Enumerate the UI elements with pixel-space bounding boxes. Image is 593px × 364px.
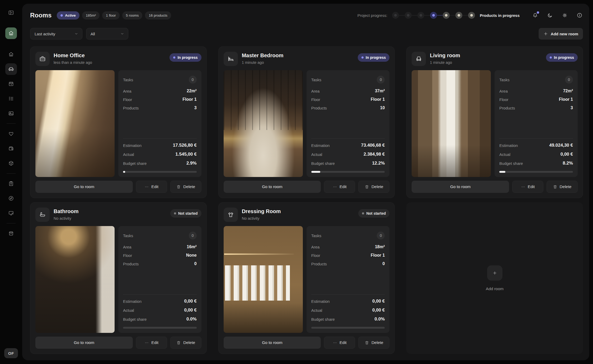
notification-dot (537, 11, 539, 14)
sort-dropdown[interactable]: Last activity (30, 28, 82, 40)
sidebar-item-archive[interactable] (5, 228, 17, 239)
progress-step-3 (417, 12, 424, 19)
app-logo[interactable] (5, 27, 17, 39)
info-button[interactable] (576, 12, 583, 19)
compass-icon (8, 195, 14, 201)
sidebar-divider (7, 173, 16, 174)
room-card-footer: Go to room Edit Delete (224, 337, 390, 349)
go-to-room-button[interactable]: Go to room (35, 181, 133, 193)
add-room-tile[interactable]: Add room (406, 202, 583, 354)
edit-room-button[interactable]: Edit (136, 181, 167, 193)
delete-room-button[interactable]: Delete (358, 337, 389, 349)
active-filter-pill[interactable]: Active (57, 11, 79, 20)
page-header: Rooms Active 185m²1 floor5 rooms16 produ… (30, 9, 583, 21)
tasks-count-badge: 0 (377, 232, 385, 240)
sidebar-item-sofa[interactable] (5, 63, 17, 75)
image-icon (8, 111, 14, 116)
clipboard-icon (8, 181, 14, 186)
room-photo (35, 226, 115, 333)
active-dot-icon (60, 14, 63, 17)
step-connector (462, 15, 468, 16)
active-pill-label: Active (65, 13, 76, 17)
add-new-room-label: Add new room (551, 32, 578, 36)
delete-room-button[interactable]: Delete (170, 337, 201, 349)
room-title: Dressing Room (242, 208, 281, 214)
go-to-room-button[interactable]: Go to room (224, 337, 321, 349)
go-to-room-button[interactable]: Go to room (412, 181, 509, 193)
user-avatar[interactable]: OF (4, 348, 18, 358)
plus-icon (543, 31, 548, 36)
delete-room-button[interactable]: Delete (358, 181, 389, 193)
go-to-room-button[interactable]: Go to room (35, 337, 133, 349)
budget-progress-bar (123, 171, 197, 173)
sidebar-item-monitor-star[interactable] (5, 207, 17, 219)
delete-room-button[interactable]: Delete (170, 181, 201, 193)
rooms-grid: Home Office less than a minute ago In pr… (30, 46, 583, 354)
shirt-icon (227, 211, 234, 218)
gear-icon (562, 12, 568, 18)
filter-dropdown[interactable]: All (86, 28, 128, 40)
trash-icon (176, 341, 181, 345)
delete-room-button[interactable]: Delete (547, 181, 578, 193)
edit-room-button[interactable]: Edit (512, 181, 543, 193)
sidebar-item-compass[interactable] (5, 193, 17, 204)
summary-pill: 185m² (82, 11, 100, 20)
go-to-room-button[interactable]: Go to room (224, 181, 321, 193)
sidebar-item-cube[interactable] (5, 157, 17, 169)
add-room-button[interactable] (487, 265, 502, 281)
sidebar-divider (7, 223, 16, 223)
sidebar-item-image[interactable] (5, 108, 17, 119)
budget-progress-fill (311, 171, 320, 173)
edit-room-button[interactable]: Edit (136, 337, 167, 349)
bell-button[interactable] (532, 12, 539, 19)
floor-label: Floor (499, 97, 508, 102)
room-card: Home Office less than a minute ago In pr… (30, 46, 207, 198)
floor-value: Floor 1 (371, 253, 385, 258)
delete-label: Delete (183, 184, 195, 189)
sidebar-item-home[interactable] (5, 49, 17, 60)
area-value: 72m² (563, 89, 573, 93)
room-title: Living room (430, 52, 460, 59)
trash-icon (553, 185, 557, 189)
budget-progress-bar (311, 327, 385, 329)
room-type-icon (412, 52, 426, 66)
area-value: 22m² (187, 89, 196, 93)
sidebar-item-heart[interactable] (5, 128, 17, 140)
sidebar-collapse-button[interactable] (5, 7, 17, 18)
edit-room-button[interactable]: Edit (324, 181, 355, 193)
edit-room-button[interactable]: Edit (324, 337, 355, 349)
progress-step-4 (430, 12, 437, 19)
status-dot-icon (362, 212, 364, 214)
page-title: Rooms (30, 12, 51, 19)
topbar-actions (532, 12, 583, 19)
room-status-badge: In progress (358, 53, 389, 62)
moon-button[interactable] (547, 12, 553, 19)
gear-button[interactable] (561, 12, 568, 19)
products-label: Products (311, 106, 327, 110)
actual-value: 0,00 € (372, 308, 385, 313)
tasks-count-badge: 0 (189, 76, 197, 84)
room-status-label: In progress (366, 55, 386, 60)
step-connector (412, 15, 417, 16)
room-status-label: Not started (178, 211, 198, 215)
toolbar: Last activity All Add new room (30, 28, 583, 40)
wallet-icon (8, 146, 14, 151)
sidebar-item-checklist[interactable] (5, 93, 17, 104)
sofa-icon (8, 66, 14, 72)
budget-progress-bar (499, 171, 573, 173)
room-card-footer: Go to room Edit Delete (224, 181, 390, 193)
room-last-activity: 1 minute ago (430, 60, 460, 65)
estimation-value: 0,00 € (184, 299, 196, 304)
room-card-body: Tasks 0 Area 18m² Floor Floor 1 Products… (224, 226, 390, 333)
add-new-room-button[interactable]: Add new room (539, 28, 583, 40)
room-last-activity: 1 minute ago (242, 60, 284, 65)
budget-progress-fill (499, 171, 505, 173)
progress-step-6 (455, 12, 462, 19)
sidebar-item-clipboard[interactable] (5, 178, 17, 189)
sidebar-item-wallet[interactable] (5, 143, 17, 154)
chevron-down-icon (120, 32, 124, 36)
step-connector (399, 15, 405, 16)
home-icon (8, 30, 14, 36)
sidebar-item-calendar[interactable] (5, 78, 17, 90)
room-card-body: Tasks 0 Area 37m² Floor Floor 1 Products… (224, 70, 390, 177)
